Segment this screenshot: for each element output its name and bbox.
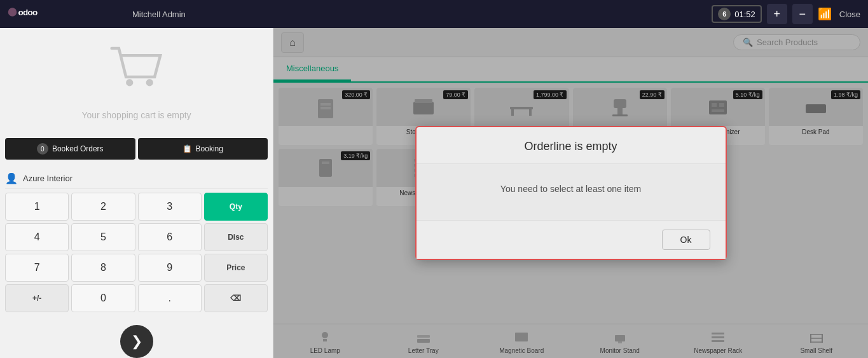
payment-button[interactable]: ❯ [120,325,153,358]
booked-orders-label: Booked Orders [52,144,104,153]
num-4-button[interactable]: 4 [5,223,69,251]
num-3-button[interactable]: 3 [138,193,202,221]
plusminus-button[interactable]: +/- [5,284,69,312]
svg-text:odoo: odoo [18,8,38,17]
num-7-button[interactable]: 7 [5,254,69,282]
booking-icon: 📋 [183,144,192,153]
num-2-button[interactable]: 2 [71,193,135,221]
booking-label: Booking [196,144,223,153]
backspace-button[interactable]: ⌫ [204,284,268,312]
cart-empty-text: Your shopping cart is empty [81,110,191,120]
dialog-title: Orderline is empty [524,140,617,153]
svg-point-0 [8,8,17,17]
num-5-button[interactable]: 5 [71,223,135,251]
num-1-button[interactable]: 1 [5,193,69,221]
session-badge: 6 01:52 [712,5,762,23]
main-layout: Your shopping cart is empty 0 Booked Ord… [0,28,868,358]
ok-button[interactable]: Ok [662,230,710,250]
price-button[interactable]: Price [204,254,268,282]
customer-icon: 👤 [5,172,18,184]
num-6-button[interactable]: 6 [138,223,202,251]
right-panel: ⌂ 🔍 Search Products Miscellaneous 320.00… [273,28,868,358]
add-session-button[interactable]: + [767,4,787,24]
dialog-footer: Ok [417,220,726,259]
booked-orders-badge: 0 [37,143,48,155]
qty-button[interactable]: Qty [204,193,268,221]
wifi-icon: 📶 [818,7,832,21]
dialog: Orderline is empty You need to select at… [415,126,727,260]
topbar: odoo Mitchell Admin 6 01:52 + − 📶 Close [0,0,868,28]
session-number: 6 [718,8,731,20]
customer-row: 👤 Azure Interior [5,169,268,189]
num-9-button[interactable]: 9 [138,254,202,282]
numpad-area: 👤 Azure Interior 1 2 3 Qty 4 5 6 Disc 7 … [0,165,273,316]
left-panel: Your shopping cart is empty 0 Booked Ord… [0,28,273,358]
odoo-logo: odoo [8,3,46,25]
dot-button[interactable]: . [138,284,202,312]
dialog-header: Orderline is empty [417,127,726,164]
cart-icon [108,41,165,104]
dialog-overlay: Orderline is empty You need to select at… [273,28,868,358]
svg-point-2 [126,79,133,86]
booked-row: 0 Booked Orders 📋 Booking [0,133,273,165]
session-time: 01:52 [734,10,755,19]
customer-name: Azure Interior [23,174,268,183]
booked-orders-button[interactable]: 0 Booked Orders [5,138,135,160]
admin-name: Mitchell Admin [132,10,706,19]
topbar-right: 📶 Close [818,7,860,21]
disc-button[interactable]: Disc [204,223,268,251]
dialog-body: You need to select at least one item [417,164,726,220]
svg-point-3 [146,79,153,86]
minus-session-button[interactable]: − [792,4,813,24]
cart-area: Your shopping cart is empty [0,28,273,133]
dialog-message: You need to select at least one item [500,184,641,194]
close-button[interactable]: Close [839,10,860,19]
num-8-button[interactable]: 8 [71,254,135,282]
num-0-button[interactable]: 0 [71,284,135,312]
numpad-grid: 1 2 3 Qty 4 5 6 Disc 7 8 9 Price +/- 0 .… [5,193,268,312]
booking-button[interactable]: 📋 Booking [138,138,268,160]
payment-area: ❯ Payment [0,316,273,358]
